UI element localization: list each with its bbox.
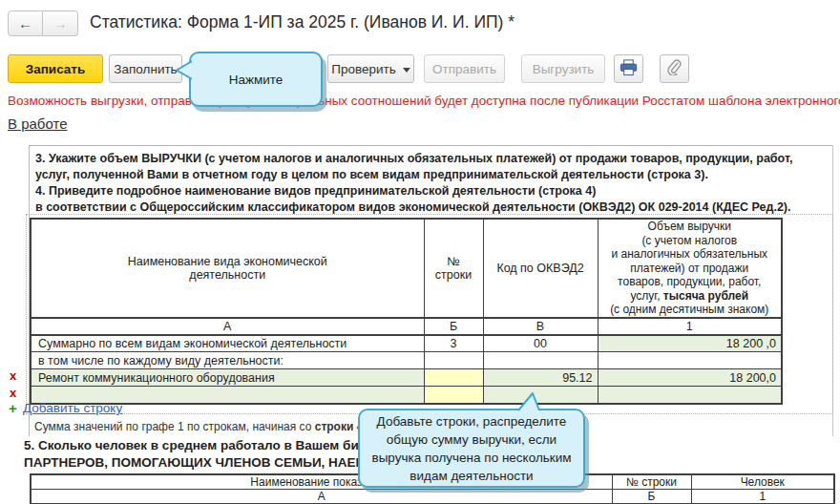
forward-button[interactable]: → [43, 10, 78, 36]
history-nav: ← → [8, 10, 78, 36]
col-header-okved-code: Код по ОКВЭД2 [483, 219, 598, 318]
press-hint-callout: Нажмите [189, 52, 323, 107]
column-letters-row: А Б В 1 [31, 318, 782, 335]
letter-cell: 1 [691, 490, 834, 504]
letter-cell: А [31, 318, 424, 335]
table-row-activity-1: Ремонт коммуникационного оборудования 95… [31, 369, 782, 387]
activity-rownum-cell[interactable] [424, 387, 483, 404]
add-rows-hint-callout: Добавьте строки, распределите общую сумм… [358, 409, 585, 488]
delete-row-button[interactable]: x [10, 387, 16, 400]
add-row-link[interactable]: Добавить строку [23, 401, 122, 415]
letter-cell: А [31, 490, 612, 504]
column-letters-row: А Б 1 [31, 490, 834, 504]
publish-warning-text: Возможность выгрузки, отправки, проверки… [8, 94, 840, 108]
letter-cell: Б [424, 318, 483, 335]
col-header-row-number: № строки [612, 474, 691, 490]
print-button[interactable] [614, 54, 643, 83]
printer-icon [620, 59, 638, 79]
activity-rownum-cell[interactable] [424, 369, 483, 387]
send-button[interactable]: Отправить [424, 54, 505, 83]
add-icon: + [9, 400, 17, 416]
callout-tail-left [176, 59, 192, 81]
col-header-activity-name: Наименование вида экономической деятельн… [31, 219, 424, 318]
total-revenue-cell[interactable]: 18 200 ,0 [598, 335, 782, 352]
back-button[interactable]: ← [8, 10, 43, 36]
table-row-subheader: в том числе по каждому виду деятельности… [31, 352, 782, 369]
col-header-revenue: Объем выручки (с учетом налогов и аналог… [598, 219, 782, 318]
total-name-cell: Суммарно по всем видам экономической дея… [31, 335, 424, 352]
callout-tail-up [516, 392, 541, 411]
subheader-cell: в том числе по каждому виду деятельности… [31, 352, 424, 369]
instructions-3-4: 3. Укажите объем ВЫРУЧКИ (с учетом налог… [35, 151, 793, 216]
activity-revenue-cell[interactable]: 18 200,0 [598, 369, 782, 387]
attach-button[interactable] [660, 54, 689, 83]
chevron-down-icon [403, 68, 410, 73]
check-button[interactable]: Проверить [327, 54, 414, 83]
revenue-by-activity-table: Наименование вида экономической деятельн… [30, 218, 783, 405]
check-button-label: Проверить [331, 62, 396, 76]
fill-button[interactable]: Заполнить [109, 54, 182, 83]
empty-cell [483, 352, 598, 369]
letter-cell: 1 [598, 318, 782, 335]
form-1ip-window: ← → Статистика: Форма 1-ИП за 2025 г. (И… [0, 0, 840, 504]
total-rownum-cell: 3 [424, 335, 483, 352]
page-title: Статистика: Форма 1-ИП за 2025 г. (Ивано… [90, 12, 514, 32]
activity-name-cell[interactable]: Ремонт коммуникационного оборудования [31, 369, 424, 387]
save-button[interactable]: Записать [8, 54, 103, 83]
sum-note: Сумма значений по графе 1 по строкам, на… [34, 420, 410, 433]
letter-cell: В [483, 318, 598, 335]
status-link[interactable]: В работе [8, 116, 68, 132]
col-header-row-number: № строки [424, 219, 483, 318]
delete-row-button[interactable]: x [10, 369, 16, 383]
activity-revenue-cell[interactable] [598, 387, 782, 404]
question-5-text: 5. Сколько человек в среднем работало в … [24, 437, 410, 471]
col-header-people: Человек [691, 474, 834, 490]
table-row-total: Суммарно по всем видам экономической дея… [31, 335, 782, 352]
empty-cell [598, 352, 782, 369]
activity-code-cell[interactable]: 95.12 [483, 369, 598, 387]
empty-cell [424, 352, 483, 369]
letter-cell: Б [612, 490, 691, 504]
total-code-cell: 00 [483, 335, 598, 352]
table-row-activity-2 [31, 387, 782, 404]
export-button[interactable]: Выгрузить [521, 54, 605, 83]
paperclip-icon [666, 59, 682, 78]
